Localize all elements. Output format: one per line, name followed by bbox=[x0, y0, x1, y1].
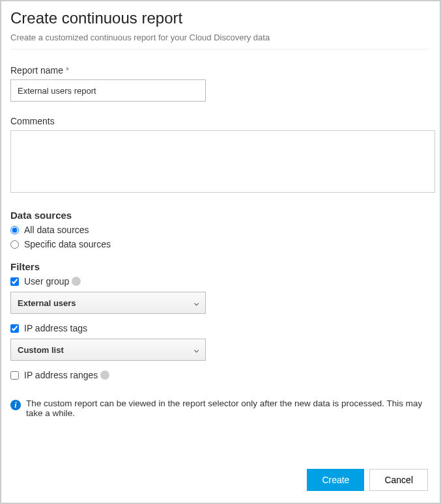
checkbox-user-group[interactable]: User group bbox=[10, 276, 431, 287]
radio-specific-input[interactable] bbox=[10, 240, 19, 249]
info-note-text: The custom report can be viewed in the r… bbox=[26, 399, 431, 418]
info-badge-icon: i bbox=[10, 400, 21, 410]
checkbox-user-group-input[interactable] bbox=[10, 277, 19, 286]
select-user-group[interactable]: External users ⌵ bbox=[10, 292, 206, 314]
radio-all-input[interactable] bbox=[10, 226, 19, 234]
checkbox-ip-ranges[interactable]: IP address ranges bbox=[10, 370, 431, 380]
report-name-input[interactable] bbox=[10, 79, 206, 102]
create-report-panel: Create continuous report Create a custom… bbox=[1, 1, 440, 503]
chevron-down-icon: ⌵ bbox=[194, 298, 199, 307]
data-sources-radio-group: All data sources Specific data sources bbox=[10, 225, 431, 249]
comments-label: Comments bbox=[10, 116, 431, 126]
data-sources-header: Data sources bbox=[10, 210, 431, 221]
info-icon bbox=[100, 371, 109, 380]
filters-block: User group External users ⌵ IP address t… bbox=[10, 276, 431, 380]
select-ip-tags-value: Custom list bbox=[18, 345, 64, 355]
filters-header: Filters bbox=[10, 261, 431, 272]
select-user-group-value: External users bbox=[18, 298, 76, 308]
checkbox-ip-tags[interactable]: IP address tags bbox=[10, 323, 431, 333]
checkbox-ip-tags-input[interactable] bbox=[10, 324, 19, 333]
button-row: Create Cancel bbox=[307, 469, 428, 491]
required-marker: * bbox=[66, 65, 69, 76]
chevron-down-icon: ⌵ bbox=[194, 345, 199, 354]
info-icon bbox=[72, 277, 81, 286]
select-ip-tags[interactable]: Custom list ⌵ bbox=[10, 339, 206, 361]
radio-specific-data-sources[interactable]: Specific data sources bbox=[10, 239, 431, 249]
cancel-button[interactable]: Cancel bbox=[369, 469, 428, 491]
comments-textarea[interactable] bbox=[10, 130, 435, 193]
info-note-row: i The custom report can be viewed in the… bbox=[10, 399, 431, 418]
create-button[interactable]: Create bbox=[307, 469, 364, 491]
checkbox-ip-ranges-input[interactable] bbox=[10, 371, 19, 380]
page-subtitle: Create a customized continuous report fo… bbox=[10, 33, 431, 42]
radio-all-data-sources[interactable]: All data sources bbox=[10, 225, 431, 235]
page-title: Create continuous report bbox=[10, 9, 431, 27]
report-name-label: Report name * bbox=[10, 65, 431, 76]
divider bbox=[10, 49, 431, 49]
